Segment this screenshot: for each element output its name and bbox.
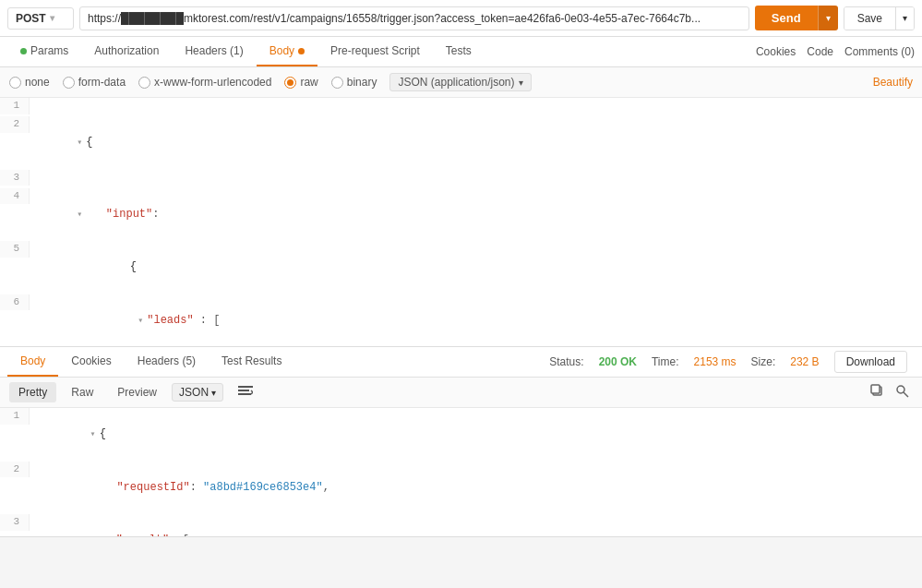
method-label: POST <box>16 12 46 25</box>
option-none[interactable]: none <box>9 76 50 89</box>
option-raw[interactable]: raw <box>284 76 317 89</box>
comments-link[interactable]: Comments (0) <box>844 45 915 58</box>
url-input[interactable] <box>79 6 749 30</box>
body-dot <box>298 48 305 54</box>
radio-urlencoded <box>138 77 150 89</box>
request-body-editor[interactable]: 1 2 ▾{ 3 4 ▾ "input": 5 { 6 ▾"leads" : [… <box>0 98 922 347</box>
tab-tests[interactable]: Tests <box>433 37 485 66</box>
collapse-resp-3[interactable]: ▾ <box>90 535 113 537</box>
resp-icon-group <box>867 382 913 402</box>
resp-json-label: JSON <box>179 386 209 399</box>
svg-rect-2 <box>238 393 251 395</box>
tabs-right-links: Cookies Code Comments (0) <box>756 45 915 58</box>
radio-form-data <box>63 77 75 89</box>
req-linenum-1: 1 <box>0 98 30 114</box>
req-line-2: 2 ▾{ <box>0 116 922 170</box>
resp-tab-headers[interactable]: Headers (5) <box>125 347 209 377</box>
resp-opt-raw-label: Raw <box>71 386 93 399</box>
size-value: 232 B <box>790 355 819 368</box>
tab-authorization-label: Authorization <box>94 44 159 57</box>
send-arrow-button[interactable]: ▾ <box>818 6 838 30</box>
resp-wrap-button[interactable] <box>234 383 257 402</box>
status-label: Status: <box>549 355 583 368</box>
radio-binary <box>331 77 343 89</box>
collapse-resp-1[interactable]: ▾ <box>90 429 96 439</box>
collapse-6[interactable]: ▾ <box>77 316 143 326</box>
tab-params-label: Params <box>30 44 68 57</box>
send-button[interactable]: Send <box>755 6 818 30</box>
resp-json-arrow: ▾ <box>211 388 216 398</box>
resp-opt-raw[interactable]: Raw <box>62 382 102 402</box>
req-line-1: 1 <box>0 98 922 116</box>
response-body-options: Pretty Raw Preview JSON ▾ <box>0 378 922 408</box>
option-form-data[interactable]: form-data <box>63 76 126 89</box>
collapse-2[interactable]: ▾ <box>77 138 82 148</box>
tab-tests-label: Tests <box>446 44 472 57</box>
time-value: 2153 ms <box>694 355 736 368</box>
radio-none <box>9 77 21 89</box>
save-button[interactable]: Save <box>844 7 895 30</box>
req-line-6: 6 ▾"leads" : [ <box>0 294 922 347</box>
svg-point-5 <box>897 386 904 393</box>
request-tabs-bar: Params Authorization Headers (1) Body Pr… <box>0 37 922 67</box>
resp-linenum-3: 3 <box>0 514 30 531</box>
collapse-4[interactable]: ▾ <box>77 210 82 220</box>
resp-tab-cookies[interactable]: Cookies <box>58 347 124 377</box>
resp-linenum-1: 1 <box>0 408 30 425</box>
option-urlencoded-label: x-www-form-urlencoded <box>154 76 271 89</box>
json-type-selector[interactable]: JSON (application/json) ▾ <box>389 73 531 91</box>
req-line-5: 5 { <box>0 241 922 294</box>
svg-rect-1 <box>238 390 249 391</box>
size-label: Size: <box>751 355 776 368</box>
status-value: 200 OK <box>599 355 637 368</box>
svg-line-6 <box>904 392 908 397</box>
tab-body[interactable]: Body <box>257 37 317 66</box>
option-binary[interactable]: binary <box>331 76 377 89</box>
req-linenum-4: 4 <box>0 188 30 205</box>
method-select[interactable]: POST ▾ <box>7 7 74 30</box>
resp-tab-body[interactable]: Body <box>7 347 58 377</box>
json-type-arrow: ▾ <box>519 78 523 88</box>
response-area: Body Cookies Headers (5) Test Results St… <box>0 347 922 537</box>
req-linecontent-4: ▾ "input": <box>30 188 159 242</box>
req-linenum-5: 5 <box>0 241 30 258</box>
resp-tab-test-results[interactable]: Test Results <box>209 347 294 377</box>
resp-linecontent-1: ▾{ <box>30 408 106 462</box>
response-tabs-bar: Body Cookies Headers (5) Test Results St… <box>0 347 922 378</box>
tab-headers-label: Headers (1) <box>185 44 243 57</box>
resp-line-1: 1 ▾{ <box>0 408 922 462</box>
svg-rect-0 <box>238 386 253 388</box>
req-linecontent-6: ▾"leads" : [ <box>30 294 220 347</box>
resp-line-3: 3 ▾"result": [ <box>0 514 922 537</box>
svg-rect-4 <box>871 385 880 393</box>
resp-opt-pretty[interactable]: Pretty <box>9 382 56 402</box>
send-button-group: Send ▾ <box>755 6 838 30</box>
code-link[interactable]: Code <box>807 45 833 58</box>
download-button[interactable]: Download <box>834 351 907 373</box>
tab-pre-request[interactable]: Pre-request Script <box>317 37 433 66</box>
req-linenum-2: 2 <box>0 116 30 133</box>
tab-params[interactable]: Params <box>7 37 81 66</box>
cookies-link[interactable]: Cookies <box>756 45 796 58</box>
tab-headers[interactable]: Headers (1) <box>172 37 256 66</box>
search-button[interactable] <box>892 382 913 402</box>
resp-opt-pretty-label: Pretty <box>18 386 47 399</box>
option-none-label: none <box>25 76 50 89</box>
option-urlencoded[interactable]: x-www-form-urlencoded <box>138 76 271 89</box>
response-status-bar: Status: 200 OK Time: 2153 ms Size: 232 B… <box>549 351 915 373</box>
beautify-button[interactable]: Beautify <box>873 76 913 89</box>
copy-button[interactable] <box>867 382 888 402</box>
resp-tab-cookies-label: Cookies <box>71 354 111 367</box>
req-linenum-6: 6 <box>0 294 30 311</box>
radio-raw <box>284 77 296 89</box>
wrap-icon <box>238 385 253 398</box>
search-icon <box>895 384 909 398</box>
resp-opt-preview[interactable]: Preview <box>108 382 166 402</box>
req-line-4: 4 ▾ "input": <box>0 188 922 242</box>
resp-tab-headers-label: Headers (5) <box>138 354 196 367</box>
req-linecontent-5: { <box>30 241 137 294</box>
response-body-editor[interactable]: 1 ▾{ 2 "requestId": "a8bd#169ce6853e4", … <box>0 408 922 537</box>
save-arrow-button[interactable]: ▾ <box>895 7 914 30</box>
tab-authorization[interactable]: Authorization <box>81 37 172 66</box>
resp-json-selector[interactable]: JSON ▾ <box>172 383 223 402</box>
